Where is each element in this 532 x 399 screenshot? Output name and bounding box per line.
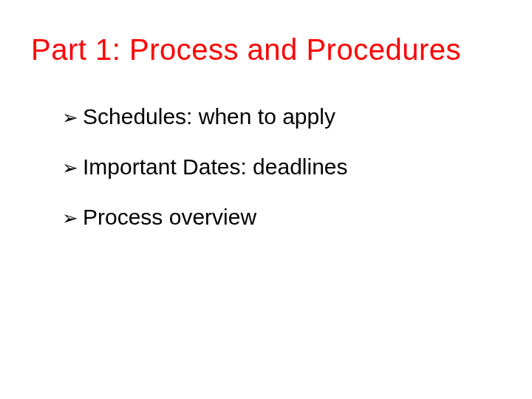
bullet-list: ➢ Schedules: when to apply ➢ Important D…: [31, 103, 501, 231]
bullet-text: Process overview: [83, 204, 256, 231]
bullet-text: Important Dates: deadlines: [83, 154, 348, 180]
list-item: ➢ Important Dates: deadlines: [62, 154, 501, 180]
list-item: ➢ Schedules: when to apply: [62, 103, 501, 130]
chevron-right-icon: ➢: [62, 158, 78, 177]
slide-container: Part 1: Process and Procedures ➢ Schedul…: [0, 0, 532, 287]
list-item: ➢ Process overview: [62, 204, 501, 231]
bullet-text: Schedules: when to apply: [83, 103, 335, 130]
chevron-right-icon: ➢: [62, 108, 78, 127]
slide-title: Part 1: Process and Procedures: [31, 33, 501, 66]
chevron-right-icon: ➢: [62, 208, 78, 228]
